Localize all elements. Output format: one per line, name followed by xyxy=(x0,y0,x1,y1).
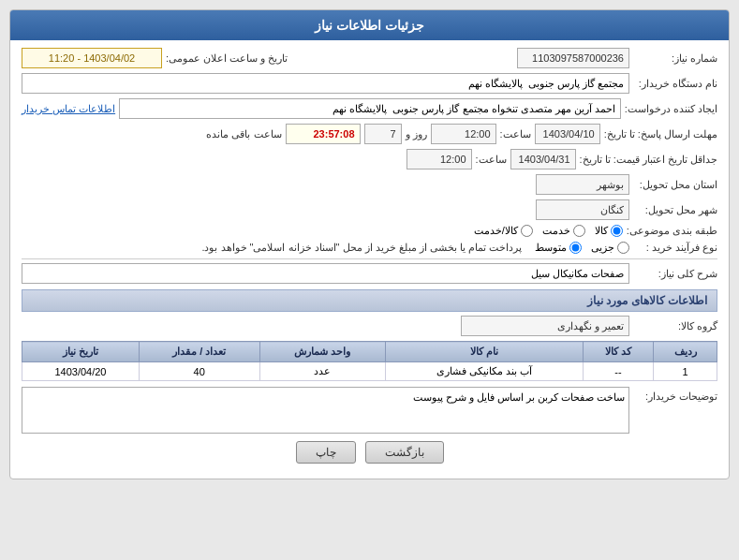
noe-far-jozi-option[interactable]: جزیی xyxy=(591,242,629,254)
col-vahad: واحد شمارش xyxy=(259,342,385,362)
row-tozih: توضیحات خریدار: ساخت صفحات کربن بر اساس … xyxy=(22,387,717,434)
tabaqe-kala-radio[interactable] xyxy=(611,225,623,237)
mohlat-saat-label: ساعت: xyxy=(500,128,531,140)
ostan-field[interactable] xyxy=(536,174,629,195)
tarikh-label: تاریخ و ساعت اعلان عمومی: xyxy=(166,52,288,65)
tabaqe-kala-khedmat-radio[interactable] xyxy=(521,225,533,237)
row-shahr: شهر محل تحویل: xyxy=(22,199,717,220)
row-sharh-koli: شرح کلی نیاز: xyxy=(22,263,717,284)
sharh-koli-label: شرح کلی نیاز: xyxy=(633,268,717,280)
tabaqe-kala-khedmat-label: کالا/خدمت xyxy=(474,225,518,237)
nam-dastgah-label: نام دستگاه خریدار: xyxy=(633,78,717,90)
group-kala-label: گروه کالا: xyxy=(633,320,717,332)
ettelaat-kala-title: اطلاعات کالاهای مورد نیاز xyxy=(587,294,707,307)
row-jadval: جداقل تاریخ اعتبار قیمت: تا تاریخ: ساعت: xyxy=(22,149,717,169)
table-row: 1--آب بند مکانیکی فشاریعدد401403/04/20 xyxy=(22,362,717,381)
ostan-label: استان محل تحویل: xyxy=(633,179,717,191)
mohlat-date-field[interactable] xyxy=(535,124,600,144)
jadval-saat-field[interactable] xyxy=(406,149,472,169)
page-header: جزئیات اطلاعات نیاز xyxy=(10,10,729,40)
cell-tedad: 40 xyxy=(139,362,259,381)
footer-buttons: بازگشت چاپ xyxy=(22,441,717,464)
group-kala-field[interactable] xyxy=(461,316,629,336)
main-container: جزئیات اطلاعات نیاز شماره نیاز: تاریخ و … xyxy=(9,9,730,479)
tabaqe-khedmat-option[interactable]: خدمت xyxy=(542,225,585,237)
col-radif: ردیف xyxy=(654,342,717,362)
tabaqe-khedmat-radio[interactable] xyxy=(573,225,585,237)
noe-far-radio-group: جزیی متوسط xyxy=(535,242,629,254)
row-mohlat: مهلت ارسال پاسخ: تا تاریخ: ساعت: روز و س… xyxy=(22,124,717,144)
noe-far-jozi-radio[interactable] xyxy=(617,242,629,254)
noe-far-jozi-label: جزیی xyxy=(591,242,614,254)
row-nam-dastgah: نام دستگاه خریدار: xyxy=(22,73,717,94)
noe-far-mottaset-label: متوسط xyxy=(535,242,567,254)
mohlat-baqi-field[interactable] xyxy=(286,124,361,144)
jadval-saat-label: ساعت: xyxy=(476,154,507,166)
ijad-label: ایجاد کننده درخواست: xyxy=(625,103,717,115)
tarikh-field[interactable] xyxy=(22,48,162,68)
mohlat-saat-field[interactable] xyxy=(431,124,496,144)
noe-far-mottaset-radio[interactable] xyxy=(569,242,582,254)
jadval-label: جداقل تاریخ اعتبار قیمت: تا تاریخ: xyxy=(580,154,717,166)
tabaqe-khedmat-label: خدمت xyxy=(542,225,570,237)
nam-dastgah-field[interactable] xyxy=(22,73,629,94)
tozih-label: توضیحات خریدار: xyxy=(633,391,717,403)
row-tabaqe: طبقه بندی موضوعی: کالا خدمت کالا/خدمت xyxy=(22,225,717,237)
table-header-row: ردیف کد کالا نام کالا واحد شمارش تعداد /… xyxy=(22,342,717,362)
shahr-field[interactable] xyxy=(536,199,629,220)
shahr-label: شهر محل تحویل: xyxy=(633,204,717,216)
cell-namKala: آب بند مکانیکی فشاری xyxy=(385,362,583,381)
col-nam-kala: نام کالا xyxy=(385,342,583,362)
cell-tarikhNiaz: 1403/04/20 xyxy=(22,362,140,381)
separator-1 xyxy=(22,258,717,259)
col-tarikh-niaz: تاریخ نیاز xyxy=(22,342,140,362)
noe-far-note: پرداخت تمام یا بخشی از مبلغ خرید از محل … xyxy=(22,242,522,254)
mohlat-ruz-label: روز و xyxy=(406,128,427,140)
col-tedad: تعداد / مقدار xyxy=(139,342,259,362)
tabaqe-kala-option[interactable]: کالا xyxy=(595,225,623,237)
jadval-date-field[interactable] xyxy=(510,149,576,169)
tabaqe-kala-label: کالا xyxy=(595,225,608,237)
print-button[interactable]: چاپ xyxy=(296,441,356,464)
row-ijad: ایجاد کننده درخواست: اطلاعات تماس خریدار xyxy=(22,98,717,119)
row-noe-far: نوع فرآیند خرید : جزیی متوسط پرداخت تمام… xyxy=(22,242,717,254)
tabaqe-radio-group: کالا خدمت کالا/خدمت xyxy=(474,225,623,237)
row-ostan: استان محل تحویل: xyxy=(22,174,717,195)
back-button[interactable]: بازگشت xyxy=(365,441,444,464)
noe-far-mottaset-option[interactable]: متوسط xyxy=(535,242,582,254)
page-title: جزئیات اطلاعات نیاز xyxy=(315,18,424,33)
col-kod-kala: کد کالا xyxy=(583,342,653,362)
tabaqe-kala-khedmat-option[interactable]: کالا/خدمت xyxy=(474,225,533,237)
items-table: ردیف کد کالا نام کالا واحد شمارش تعداد /… xyxy=(22,341,717,381)
noe-far-label: نوع فرآیند خرید : xyxy=(633,242,717,254)
ettelaat-kala-section: اطلاعات کالاهای مورد نیاز xyxy=(22,289,717,312)
row-shomare: شماره نیاز: تاریخ و ساعت اعلان عمومی: xyxy=(22,48,717,68)
mohlat-label: مهلت ارسال پاسخ: تا تاریخ: xyxy=(604,128,717,140)
mohlat-baqi-label: ساعت باقی مانده xyxy=(206,128,281,140)
shomare-niaz-label: شماره نیاز: xyxy=(633,52,717,65)
ettela-tamas-link[interactable]: اطلاعات تماس خریدار xyxy=(22,103,115,115)
mohlat-ruz-field[interactable] xyxy=(364,124,402,144)
tozih-value: ساخت صفحات کربن بر اساس فایل و شرح پیوست xyxy=(413,391,625,403)
content-area: شماره نیاز: تاریخ و ساعت اعلان عمومی: نا… xyxy=(10,40,729,479)
sharh-koli-field[interactable] xyxy=(22,263,629,284)
shomare-niaz-field[interactable] xyxy=(517,48,629,68)
tabaqe-label: طبقه بندی موضوعی: xyxy=(627,225,717,237)
cell-kodKala: -- xyxy=(583,362,653,381)
cell-radif: 1 xyxy=(654,362,717,381)
tozih-field[interactable]: ساخت صفحات کربن بر اساس فایل و شرح پیوست xyxy=(22,387,629,434)
row-group-kala: گروه کالا: xyxy=(22,316,717,336)
ijad-field[interactable] xyxy=(119,98,621,119)
cell-vahadShomareh: عدد xyxy=(259,362,385,381)
